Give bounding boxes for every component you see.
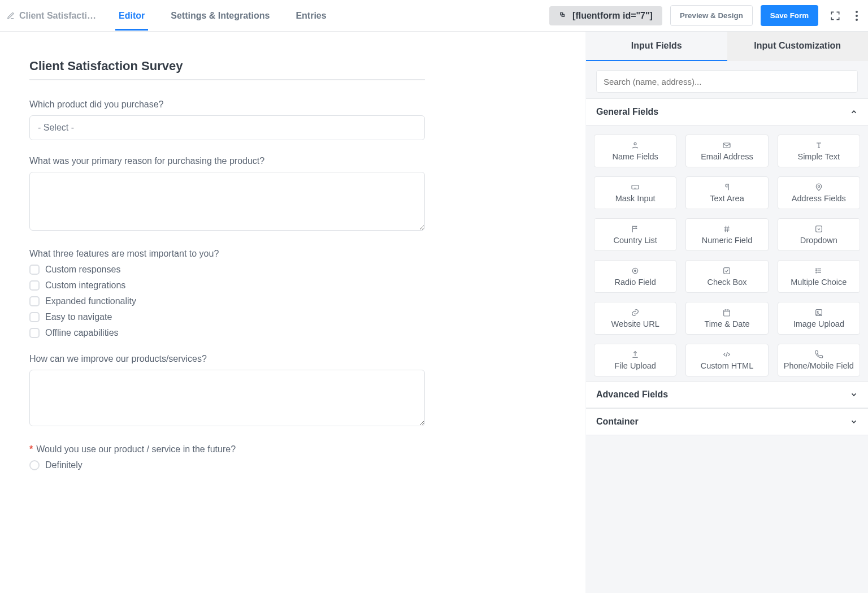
preview-button[interactable]: Preview & Design bbox=[670, 5, 753, 26]
field-card-image-upload[interactable]: Image Upload bbox=[778, 302, 860, 335]
field-card-file-upload[interactable]: File Upload bbox=[594, 344, 676, 376]
keyboard-icon bbox=[631, 183, 640, 192]
field-card-label: Time & Date bbox=[704, 319, 749, 328]
field-card-mask-input[interactable]: Mask Input bbox=[594, 176, 676, 209]
field-card-multiple-choice[interactable]: Multiple Choice bbox=[778, 260, 860, 293]
upload-icon bbox=[631, 350, 640, 359]
form-title-chip[interactable]: Client Satisfacti… bbox=[7, 11, 96, 21]
svg-point-13 bbox=[817, 311, 818, 313]
field-card-custom-html[interactable]: Custom HTML bbox=[685, 344, 768, 376]
field-card-numeric-field[interactable]: Numeric Field bbox=[685, 218, 768, 251]
q5-label: *Would you use our product / service in … bbox=[29, 444, 425, 455]
page-title: Client Satisfaction Survey bbox=[29, 59, 425, 80]
field-card-label: Radio Field bbox=[614, 278, 656, 287]
field-card-website-url[interactable]: Website URL bbox=[594, 302, 676, 335]
field-card-phone-mobile-field[interactable]: Phone/Mobile Field bbox=[778, 344, 860, 376]
field-card-label: Email Address bbox=[701, 152, 753, 161]
q3-label: What three features are most important t… bbox=[29, 249, 425, 259]
mail-icon bbox=[722, 141, 731, 150]
field-card-email-address[interactable]: Email Address bbox=[685, 135, 768, 167]
field-card-country-list[interactable]: Country List bbox=[594, 218, 676, 251]
field-card-simple-text[interactable]: Simple Text bbox=[778, 135, 860, 167]
svg-rect-1 bbox=[723, 143, 730, 148]
section-container-header[interactable]: Container bbox=[586, 408, 868, 435]
checkbox-icon bbox=[29, 265, 40, 275]
section-general: General Fields Name FieldsEmail AddressS… bbox=[586, 98, 868, 381]
shortcode-chip[interactable]: [fluentform id="7"] bbox=[549, 6, 662, 25]
q4-label: How can we improve our products/services… bbox=[29, 354, 425, 364]
field-card-dropdown[interactable]: Dropdown bbox=[778, 218, 860, 251]
pencil-icon bbox=[7, 12, 15, 20]
main: Client Satisfaction Survey Which product… bbox=[0, 32, 868, 593]
question-select: Which product did you purchase? - Select… bbox=[29, 99, 425, 140]
tab-editor[interactable]: Editor bbox=[115, 2, 148, 30]
hash-icon bbox=[722, 224, 731, 233]
svg-point-3 bbox=[818, 185, 819, 187]
field-card-label: Dropdown bbox=[800, 236, 837, 245]
pilcrow-icon bbox=[722, 183, 731, 192]
q3-opt-0[interactable]: Custom responses bbox=[29, 265, 425, 275]
code-icon bbox=[722, 350, 731, 359]
checkbox-icon bbox=[29, 296, 40, 306]
section-general-header[interactable]: General Fields bbox=[586, 98, 868, 125]
field-card-label: File Upload bbox=[614, 361, 656, 370]
field-card-label: Image Upload bbox=[793, 319, 844, 328]
field-card-text-area[interactable]: Text Area bbox=[685, 176, 768, 209]
section-container: Container bbox=[586, 408, 868, 435]
more-menu-button[interactable] bbox=[852, 7, 861, 24]
tab-settings[interactable]: Settings & Integrations bbox=[167, 2, 273, 30]
question-textarea-1: What was your primary reason for purchas… bbox=[29, 156, 425, 233]
right-panel: Input Fields Input Customization General… bbox=[585, 32, 868, 593]
phone-icon bbox=[814, 350, 823, 359]
general-cards: Name FieldsEmail AddressSimple TextMask … bbox=[586, 125, 868, 381]
shortcode-text: [fluentform id="7"] bbox=[572, 11, 653, 21]
q3-opt-3[interactable]: Easy to navigate bbox=[29, 312, 425, 322]
radio-icon bbox=[29, 460, 40, 470]
q3-opt-4[interactable]: Offline capabilities bbox=[29, 328, 425, 338]
list-icon bbox=[814, 266, 823, 275]
checkbox-icon bbox=[29, 328, 40, 338]
panel-search-input[interactable] bbox=[596, 70, 858, 93]
q3-opt-1[interactable]: Custom integrations bbox=[29, 280, 425, 291]
form-canvas: Client Satisfaction Survey Which product… bbox=[0, 32, 585, 593]
topbar: Client Satisfacti… Editor Settings & Int… bbox=[0, 0, 868, 32]
q2-textarea[interactable] bbox=[29, 172, 425, 231]
svg-point-8 bbox=[815, 269, 816, 269]
svg-point-6 bbox=[635, 270, 636, 272]
field-card-label: Numeric Field bbox=[702, 236, 752, 245]
q3-opt-2[interactable]: Expanded functionality bbox=[29, 296, 425, 306]
caret-square-icon bbox=[814, 224, 823, 233]
form-title-label: Client Satisfacti… bbox=[19, 11, 96, 21]
field-card-label: Custom HTML bbox=[701, 361, 753, 370]
field-card-check-box[interactable]: Check Box bbox=[685, 260, 768, 293]
field-card-address-fields[interactable]: Address Fields bbox=[778, 176, 860, 209]
panel-tab-input-customization[interactable]: Input Customization bbox=[727, 32, 869, 61]
check-icon bbox=[722, 266, 731, 275]
field-card-time-date[interactable]: Time & Date bbox=[685, 302, 768, 335]
required-star: * bbox=[29, 444, 33, 454]
panel-search-wrap bbox=[586, 61, 868, 98]
field-card-label: Phone/Mobile Field bbox=[784, 361, 854, 370]
panel-tab-input-fields[interactable]: Input Fields bbox=[586, 32, 727, 61]
field-card-radio-field[interactable]: Radio Field bbox=[594, 260, 676, 293]
svg-point-10 bbox=[815, 272, 816, 273]
flag-icon bbox=[631, 224, 640, 233]
q1-select[interactable]: - Select - bbox=[29, 115, 425, 140]
link-icon bbox=[631, 308, 640, 317]
field-card-label: Address Fields bbox=[792, 194, 846, 203]
field-card-label: Simple Text bbox=[797, 152, 840, 161]
fullscreen-button[interactable] bbox=[826, 7, 844, 25]
panel-tabs: Input Fields Input Customization bbox=[586, 32, 868, 61]
fullscreen-icon bbox=[830, 10, 841, 21]
question-checkboxes: What three features are most important t… bbox=[29, 249, 425, 338]
q5-opt-0[interactable]: Definitely bbox=[29, 460, 425, 470]
q4-textarea[interactable] bbox=[29, 370, 425, 426]
save-button[interactable]: Save Form bbox=[761, 5, 818, 26]
image-icon bbox=[814, 308, 823, 317]
field-card-label: Multiple Choice bbox=[791, 278, 847, 287]
question-radio: *Would you use our product / service in … bbox=[29, 444, 425, 470]
section-advanced-header[interactable]: Advanced Fields bbox=[586, 381, 868, 408]
tab-entries[interactable]: Entries bbox=[292, 2, 329, 30]
field-card-name-fields[interactable]: Name Fields bbox=[594, 135, 676, 167]
svg-point-0 bbox=[634, 142, 636, 145]
